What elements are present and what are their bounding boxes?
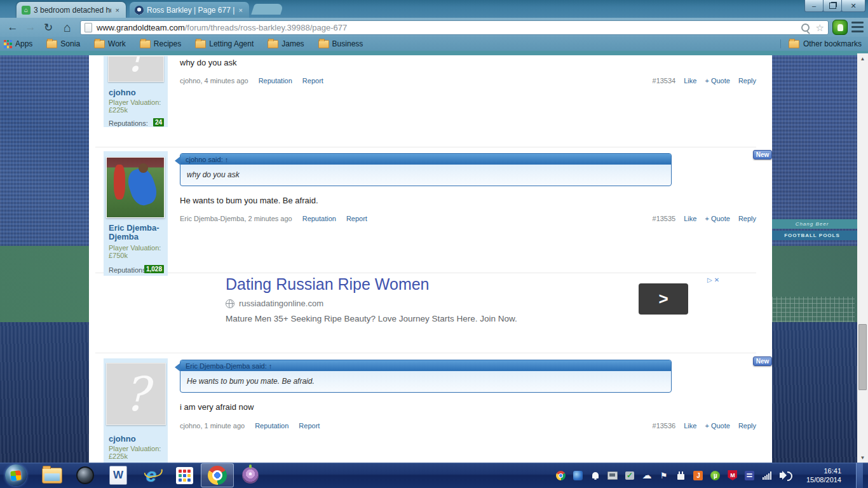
bookmark-folder-business[interactable]: Business [318, 39, 363, 48]
reload-button[interactable]: ↻ [41, 20, 56, 35]
reputation-badge: 24 [153, 118, 164, 126]
avatar[interactable]: ? [108, 56, 164, 82]
forward-button[interactable]: → [23, 20, 38, 35]
report-link[interactable]: Report [299, 422, 320, 430]
scroll-up-icon[interactable]: ▲ [857, 53, 868, 64]
like-link[interactable]: Like [684, 77, 696, 85]
system-tray: ✓ ☁ ⚑ J µ M 16:41 15/08/2014 [556, 463, 868, 488]
taskbar-word-button[interactable]: W [102, 463, 135, 487]
action-center-flag-icon[interactable]: ⚑ [659, 470, 669, 480]
scrollbar-thumb[interactable] [858, 324, 867, 390]
home-button[interactable]: ⌂ [60, 20, 75, 35]
bookmark-folder-work[interactable]: Work [94, 39, 126, 48]
extension-icon[interactable] [832, 20, 848, 35]
post-number-link[interactable]: #13535 [653, 215, 676, 222]
reputation-link[interactable]: Reputation [255, 422, 288, 430]
question-mark-avatar-icon: ? [123, 56, 149, 82]
close-window-button[interactable]: ✕ [841, 0, 865, 12]
username-link[interactable]: cjohno [109, 435, 165, 444]
java-icon[interactable]: J [693, 470, 703, 480]
reply-link[interactable]: Reply [738, 77, 756, 85]
reply-link[interactable]: Reply [738, 422, 756, 430]
report-link[interactable]: Report [346, 215, 367, 222]
new-post-badge[interactable]: New [753, 150, 772, 159]
tools-icon[interactable] [745, 470, 755, 480]
quote-header[interactable]: Eric Djemba-Djemba said: ↑ [180, 360, 671, 371]
taskbar-chrome-button[interactable] [201, 463, 234, 487]
network-signal-icon[interactable] [762, 470, 772, 480]
username-link[interactable]: cjohno [109, 88, 165, 97]
bookmark-label: Apps [15, 39, 32, 48]
back-button[interactable]: ← [5, 20, 20, 35]
quoted-message[interactable]: cjohno said: ↑ why do you ask [180, 153, 672, 186]
show-desktop-button[interactable] [856, 463, 863, 488]
like-link[interactable]: Like [684, 215, 696, 222]
chrome-menu-button[interactable] [851, 22, 864, 32]
tab-ross-barkley-thread[interactable]: Ross Barkley | Page 677 | G × [130, 2, 249, 18]
tab-close-icon[interactable]: × [238, 6, 244, 14]
quote-link[interactable]: + Quote [705, 422, 729, 430]
bookmark-apps[interactable]: Apps [4, 39, 32, 48]
chrome-icon [208, 466, 227, 485]
quote-link[interactable]: + Quote [705, 215, 729, 222]
tab-close-icon[interactable]: × [114, 6, 121, 14]
restore-button[interactable] [823, 0, 842, 12]
reputation-link[interactable]: Reputation [259, 77, 292, 85]
post-number-link[interactable]: #13534 [653, 77, 676, 85]
new-post-badge[interactable]: New [753, 356, 772, 366]
start-button[interactable] [5, 464, 27, 486]
security-check-icon[interactable]: ✓ [625, 470, 635, 480]
bell-icon[interactable] [590, 470, 600, 480]
bookmark-star-icon[interactable]: ☆ [816, 22, 824, 34]
bookmark-folder-letting-agent[interactable]: Letting Agent [195, 39, 254, 48]
address-bar[interactable]: www.grandoldteam.com/forum/threads/ross-… [80, 20, 829, 35]
house-favicon-icon: ⌂ [22, 6, 31, 15]
username-link[interactable]: Eric Djemba-Djemba [109, 224, 165, 241]
search-icon[interactable] [801, 24, 810, 32]
volume-icon[interactable] [779, 470, 789, 480]
forum-page: ? cjohno Player Valuation: £225k Reputat… [89, 55, 772, 463]
report-link[interactable]: Report [302, 77, 323, 85]
ad-next-button[interactable]: > [639, 283, 688, 315]
url-path: /forum/threads/ross-barkley.39988/page-6… [185, 23, 348, 32]
windows-live-icon[interactable] [573, 470, 583, 480]
avatar[interactable]: ? [106, 363, 166, 425]
bookmark-folder-sonia[interactable]: Sonia [46, 39, 80, 48]
bookmark-folder-james[interactable]: James [268, 39, 304, 48]
taskbar-internet-explorer-button[interactable]: e [135, 463, 168, 487]
taskbar-media-app-button[interactable] [69, 463, 102, 487]
dual-monitor-icon[interactable] [607, 470, 618, 480]
quote-header[interactable]: cjohno said: ↑ [180, 154, 671, 165]
cloud-icon[interactable]: ☁ [642, 470, 652, 480]
ad-url[interactable]: russiadatingonline.com [239, 299, 323, 308]
taskbar-clock[interactable]: 16:41 15/08/2014 [796, 466, 849, 484]
bookmark-folder-recipes[interactable]: Recipes [140, 39, 181, 48]
url-host: www.grandoldteam.com [97, 23, 185, 32]
quoted-message[interactable]: Eric Djemba-Djemba said: ↑ He wants to b… [180, 360, 672, 393]
utorrent-icon[interactable]: µ [710, 470, 721, 480]
chrome-tray-icon[interactable] [556, 470, 566, 480]
adchoices-controls: ▷ ✕ [707, 276, 719, 283]
taskbar-tor-button[interactable] [234, 463, 267, 487]
like-link[interactable]: Like [684, 422, 696, 430]
avatar[interactable] [106, 157, 165, 218]
scrollbar[interactable]: ▲ ▼ [857, 53, 868, 463]
reputation-link[interactable]: Reputation [302, 215, 336, 222]
mcafee-icon[interactable]: M [728, 470, 738, 480]
reply-link[interactable]: Reply [738, 215, 756, 222]
taskbar-explorer-button[interactable] [36, 463, 69, 487]
taskbar-app-grid-button[interactable] [168, 463, 201, 487]
power-plug-icon[interactable] [676, 470, 686, 480]
adchoices-icon[interactable]: ▷ [707, 276, 712, 283]
ad-close-icon[interactable]: ✕ [714, 276, 719, 283]
post-number-link[interactable]: #13536 [653, 422, 676, 430]
tab-property-listing[interactable]: ⌂ 3 bedroom detached hous × [17, 2, 126, 18]
restore-icon [829, 3, 836, 9]
new-tab-button[interactable] [251, 4, 284, 15]
scroll-down-icon[interactable]: ▼ [857, 452, 868, 463]
other-bookmarks-button[interactable]: Other bookmarks [780, 39, 862, 48]
quote-link[interactable]: + Quote [705, 77, 729, 85]
ad-title-link[interactable]: Dating Russian Ripe Women [226, 275, 430, 294]
minimize-button[interactable]: – [804, 0, 824, 12]
post-message: why do you ask [180, 58, 237, 67]
